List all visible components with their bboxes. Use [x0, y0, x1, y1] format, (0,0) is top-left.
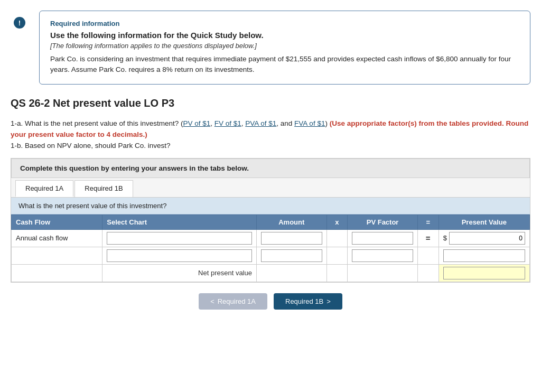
npv-empty-2: [256, 264, 327, 282]
pv-link[interactable]: PV of $1: [183, 119, 210, 127]
amount-input-1[interactable]: [261, 232, 322, 245]
prev-button[interactable]: < Required 1A: [199, 293, 267, 310]
present-value-input-1[interactable]: [449, 232, 525, 245]
npv-value-cell: [439, 264, 529, 282]
npv-empty-4: [348, 264, 418, 282]
npv-value-input[interactable]: [443, 267, 525, 279]
pv-factor-cell-1: [348, 229, 418, 247]
present-value-input-2[interactable]: [443, 249, 525, 262]
required-info-label: Required information: [50, 20, 519, 27]
select-chart-input-1[interactable]: [107, 232, 252, 245]
table-row: [12, 247, 530, 264]
section-title: QS 26-2 Net present value LO P3: [11, 97, 530, 109]
tab-question-banner: What is the net present value of this in…: [11, 198, 530, 214]
select-chart-cell-1: [102, 229, 257, 247]
prev-button-label: Required 1A: [218, 297, 256, 305]
pv-factor-input-2[interactable]: [352, 249, 413, 262]
npv-label-cell: Net present value: [102, 264, 257, 282]
present-value-cell-2: [439, 247, 529, 264]
x-cell-2: [327, 247, 348, 264]
amount-input-2[interactable]: [261, 249, 322, 262]
info-box: Required information Use the following i…: [39, 11, 530, 85]
cash-flow-label: Annual cash flow: [12, 229, 102, 247]
next-arrow-icon: >: [327, 297, 331, 305]
x-cell-1: [327, 229, 348, 247]
present-value-cell-1: $: [439, 229, 529, 247]
tab-required-1a[interactable]: Required 1A: [15, 180, 73, 197]
info-subtitle: [The following information applies to th…: [50, 42, 519, 50]
part-a-prefix: 1-a. What is the net present value of th…: [11, 119, 183, 127]
prev-arrow-icon: <: [210, 297, 214, 305]
header-amount: Amount: [256, 214, 327, 229]
pva-link[interactable]: PVA of $1: [245, 119, 276, 127]
fva-link[interactable]: FVA of $1: [294, 119, 325, 127]
info-title: Use the following information for the Qu…: [50, 31, 519, 40]
table-row: Annual cash flow = $: [12, 229, 530, 247]
select-chart-cell-2: [102, 247, 257, 264]
close-paren: ): [325, 119, 329, 127]
comma1: ,: [210, 119, 214, 127]
button-row: < Required 1A Required 1B >: [11, 293, 530, 310]
tab-required-1b[interactable]: Required 1B: [74, 180, 133, 197]
cash-flow-label-2: [12, 247, 102, 264]
amount-cell-1: [256, 229, 327, 247]
npv-empty-3: [327, 264, 348, 282]
fv-link[interactable]: FV of $1: [214, 119, 241, 127]
header-present-value: Present Value: [439, 214, 529, 229]
header-cash-flow: Cash Flow: [12, 214, 102, 229]
npv-empty-1: [12, 264, 102, 282]
question-part-a: 1-a. What is the net present value of th…: [11, 118, 530, 141]
pv-factor-cell-2: [348, 247, 418, 264]
tabs-row: Required 1A Required 1B: [11, 178, 530, 198]
npv-empty-5: [417, 264, 439, 282]
info-body: Park Co. is considering an investment th…: [50, 54, 519, 76]
eq-cell-1: =: [417, 229, 439, 247]
npv-row: Net present value: [12, 264, 530, 282]
info-icon: !: [14, 17, 25, 29]
select-chart-input-2[interactable]: [107, 249, 252, 262]
amount-cell-2: [256, 247, 327, 264]
question-part-b: 1-b. Based on NPV alone, should Park Co.…: [11, 142, 530, 150]
complete-box: Complete this question by entering your …: [11, 158, 530, 178]
header-pv-factor: PV Factor: [348, 214, 418, 229]
header-select-chart: Select Chart: [102, 214, 257, 229]
next-button-label: Required 1B: [285, 297, 323, 305]
dollar-sign-1: $: [443, 234, 447, 242]
pv-factor-input-1[interactable]: [352, 232, 413, 245]
cash-flow-table: Cash Flow Select Chart Amount x PV Facto…: [11, 214, 530, 282]
next-button[interactable]: Required 1B >: [274, 293, 342, 310]
header-eq: =: [417, 214, 439, 229]
header-x: x: [327, 214, 348, 229]
eq-cell-2: [417, 247, 439, 264]
comma3: , and: [276, 119, 294, 127]
